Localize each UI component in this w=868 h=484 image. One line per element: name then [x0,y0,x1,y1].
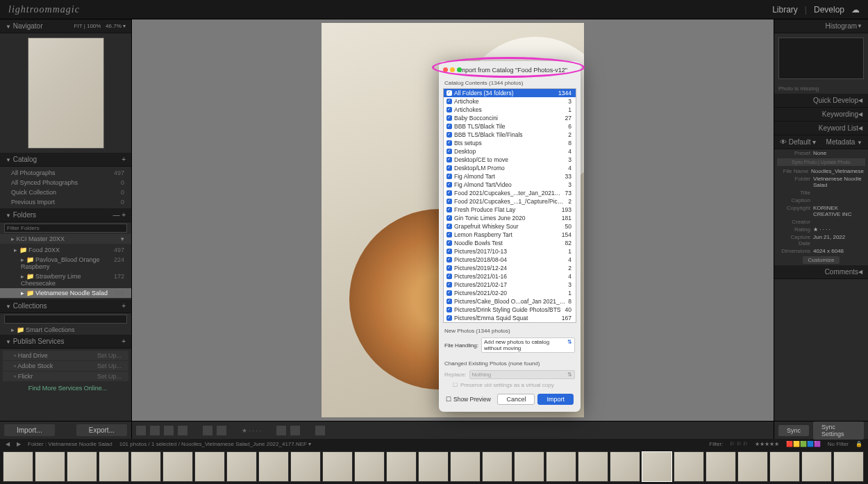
filmstrip-thumb[interactable] [642,451,672,482]
dialog-folder-row[interactable]: Fresh Produce Flat Lay193 [444,206,576,214]
dialog-folder-row[interactable]: Pictures/Cake_Blood O...oaf_Jan 2021_/Ca… [444,297,576,306]
dialog-folder-row[interactable]: Desktop4 [444,147,576,156]
folders-header[interactable]: ▼ Folders— + [0,208,131,222]
filmstrip-thumb[interactable] [226,451,257,482]
metadata-field[interactable]: Caption [774,197,868,204]
dialog-folder-row[interactable]: Noodle Bowls Test82 [444,239,576,247]
filmstrip-thumb[interactable] [418,451,449,482]
checkbox-icon[interactable] [446,265,452,271]
checkbox-icon[interactable] [446,107,452,112]
import-button[interactable]: Import... [4,424,55,436]
metadata-field[interactable]: Creator [774,218,868,226]
compare-view-icon[interactable] [164,426,174,435]
navigator-header[interactable]: ▼ Navigator FIT | 100% 46.7% ▾ [0,19,131,33]
checkbox-icon[interactable] [446,190,452,196]
survey-view-icon[interactable] [178,426,187,435]
metadata-field[interactable]: Capture DateJun 21, 2022 [774,233,868,247]
sync-settings-button[interactable]: Sync Settings [813,422,864,440]
publish-service[interactable]: ▫ Adobe StockSet Up... [3,361,128,371]
filmstrip-thumb[interactable] [131,451,161,482]
checkbox-icon[interactable] [446,232,452,237]
dialog-folder-row[interactable]: Pictures/2018/08-044 [444,256,576,264]
checkbox-icon[interactable] [446,157,452,162]
folder-item[interactable]: ▸ 📁 Strawberry Lime Cheesecake172 [0,272,131,288]
checkbox-icon[interactable] [446,240,452,246]
nav-back-icon[interactable]: ◀ [6,441,10,447]
metadata-field[interactable]: Title [774,189,868,197]
folder-item[interactable]: ▸ 📁 Pavlova_Blood Orange Raspberry224 [0,255,131,272]
grid-view-icon[interactable] [136,426,146,435]
no-filter-label[interactable]: No Filter [828,441,849,447]
volume-row[interactable]: ▸ KCI Master 20XX▾ [0,234,131,244]
filmstrip-thumb[interactable] [482,451,512,482]
filmstrip-thumb[interactable] [578,451,608,482]
smart-collections[interactable]: ▸ 📁 Smart Collections [0,325,131,335]
dialog-folder-row[interactable]: Pictures/2019/12-242 [444,264,576,272]
file-handling-select[interactable]: Add new photos to catalog without moving… [481,337,575,353]
folder-filter-input[interactable] [4,224,127,233]
filmstrip-thumb[interactable] [801,451,832,482]
checkbox-icon[interactable] [446,149,452,154]
filmstrip-thumb[interactable] [35,451,65,482]
loupe-view-icon[interactable] [150,426,160,435]
keyword-list-header[interactable]: Keyword List ◀ [774,122,868,135]
nav-library[interactable]: Library [772,5,798,15]
checkbox-icon[interactable] [446,174,452,179]
filmstrip-thumb[interactable] [386,451,417,482]
filmstrip-thumb[interactable] [354,451,385,482]
filmstrip-thumb[interactable] [737,451,768,482]
dialog-folder-row[interactable]: Fig Almond Tart/Video3 [444,181,576,189]
checkbox-icon[interactable] [446,182,452,187]
checkbox-icon[interactable] [446,257,452,262]
checkbox-icon[interactable] [446,282,452,287]
find-services-link[interactable]: Find More Services Online... [0,383,131,393]
filmstrip-thumb[interactable] [450,451,481,482]
rotate-right-icon[interactable] [290,426,300,435]
zoom-icon[interactable] [457,67,462,72]
comments-header[interactable]: Comments ◀ [774,265,868,279]
checkbox-icon[interactable] [446,90,452,96]
all-folders-row[interactable]: All Folders (34 folders) 1344 [444,89,576,97]
dialog-folder-row[interactable]: Artichoke3 [444,97,576,106]
rating-stars[interactable]: ★ · · · · [242,427,261,434]
sync-copy-bar[interactable]: Sync Photo | Update Photo [777,158,865,166]
histogram-header[interactable]: Histogram ▼ [774,19,868,33]
filmstrip-thumb[interactable] [194,451,225,482]
catalog-header[interactable]: ▼ Catalog+ [0,153,131,167]
collection-filter-input[interactable] [4,315,127,324]
dialog-folder-row[interactable]: Pictures/2021/02-201 [444,289,576,297]
filmstrip-thumb[interactable] [514,451,544,482]
nav-fwd-icon[interactable]: ▶ [17,441,21,447]
dialog-folder-row[interactable]: Desktop/CE to move3 [444,156,576,164]
dialog-folder-row[interactable]: BBB TLS/Black Tile/Finals2 [444,131,576,139]
filmstrip-thumb[interactable] [833,451,864,482]
folder-list[interactable]: All Folders (34 folders) 1344 Artichoke3… [443,88,576,323]
keywording-header[interactable]: Keywording ◀ [774,108,868,122]
publish-header[interactable]: ▼ Publish Services+ [0,335,131,349]
flag-icon[interactable] [203,426,212,435]
checkbox-icon[interactable] [446,215,452,221]
metadata-field[interactable]: CopyrightKORINEK CREATIVE INC [774,204,868,218]
dialog-folder-row[interactable]: Grapefruit Whiskey Sour50 [444,222,576,231]
checkbox-icon[interactable] [446,207,452,212]
close-icon[interactable] [443,67,448,72]
quick-develop-header[interactable]: Quick Develop ◀ [774,94,868,108]
metadata-field[interactable]: File NameNoodles_Vietnamese [774,167,868,175]
import-confirm-button[interactable]: Import [537,394,574,405]
catalog-item[interactable]: Previous Import0 [0,197,131,207]
folder-item[interactable]: ▸ 📁 Vietnamese Noodle Salad101 [0,288,131,298]
folder-item[interactable]: ▸ 📁 Food 20XX497 [0,245,131,255]
publish-service[interactable]: ▫ FlickrSet Up... [3,372,128,381]
dialog-folder-row[interactable]: Pictures/Drink Styling Guide Photos/BTS4… [444,306,576,314]
dialog-folder-row[interactable]: Fig Almond Tart33 [444,172,576,181]
filmstrip-thumb[interactable] [706,451,736,482]
dialog-folder-row[interactable]: Food 2021/Cupcakes_...ter_Jan_2021_/Capt… [444,189,576,197]
dialog-folder-row[interactable]: Baby Bocconcini27 [444,114,576,122]
filmstrip-thumb[interactable] [674,451,704,482]
filmstrip-thumb[interactable] [610,451,640,482]
minimize-icon[interactable] [450,67,455,72]
dialog-folder-row[interactable]: BBB TLS/Black Tile6 [444,122,576,131]
nav-develop[interactable]: Develop [814,5,844,15]
reject-icon[interactable] [217,426,226,435]
checkbox-icon[interactable] [446,165,452,171]
